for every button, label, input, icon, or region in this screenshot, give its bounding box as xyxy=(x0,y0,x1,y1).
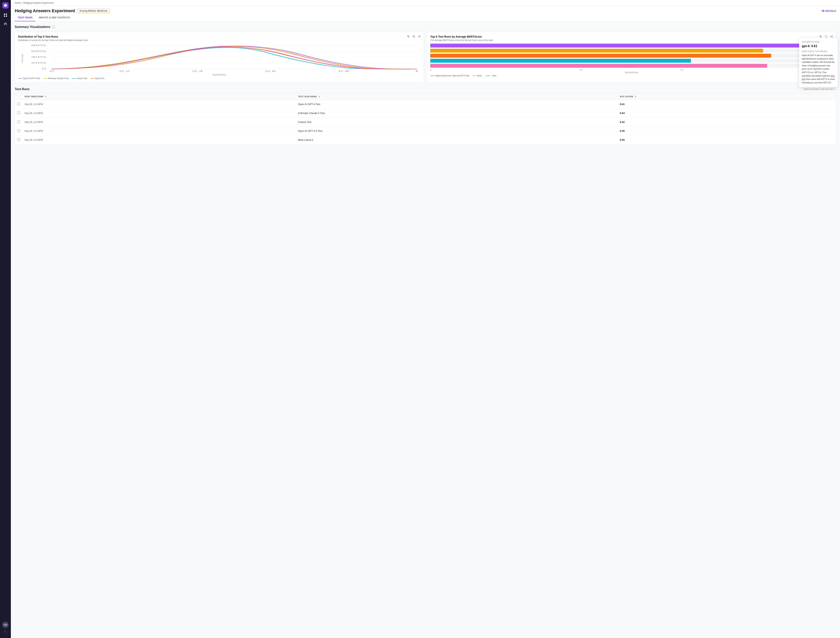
distribution-chart-actions xyxy=(406,34,422,39)
svg-text:0.4: 0.4 xyxy=(193,70,203,72)
bertscore-legend-anth-label: Anth... xyxy=(477,75,483,77)
svg-line-32 xyxy=(821,37,822,38)
row-3-checkbox-cell xyxy=(15,118,22,126)
breadcrumb: Home / Hedging Answers Experiment xyxy=(11,0,840,6)
bar-fill-gpt35 xyxy=(430,54,771,58)
app-logo[interactable] xyxy=(2,2,8,8)
svg-line-13 xyxy=(418,36,420,36)
bar-fill-gpt4 xyxy=(430,44,803,47)
share-button[interactable] xyxy=(417,34,422,39)
svg-rect-0 xyxy=(4,14,5,15)
distribution-chart-svg: 80% 60% 40% 20% 0 0 0.2 xyxy=(25,44,421,73)
sidebar-grid-icon[interactable] xyxy=(2,12,9,19)
table-row: May 08, 12:25PM Cohere Test 0.42 xyxy=(15,118,836,126)
row-3-score: 0.42 xyxy=(617,118,836,126)
th-score[interactable]: AVG SCORE ⇅ xyxy=(617,93,836,100)
dist-x-axis-label: Avg BertScores xyxy=(18,74,421,76)
table-row: May 08, 12:24PM Meta Llama-2 0.55 xyxy=(15,136,836,144)
breadcrumb-home[interactable]: Home xyxy=(15,2,21,4)
svg-rect-1 xyxy=(6,14,7,15)
tooltip-link-2[interactable]: link xyxy=(802,78,805,80)
row-4-timestamp: May 08, 12:24PM xyxy=(22,126,295,136)
breadcrumb-current: Hedging Answers Experiment xyxy=(23,2,54,4)
svg-text:20%: 20% xyxy=(31,62,46,64)
bar-row-claude xyxy=(430,49,831,52)
row-1-checkbox-cell xyxy=(15,100,22,109)
row-1-score: 0.61 xyxy=(617,100,836,109)
row-3-name: Cohere Test xyxy=(295,118,617,126)
svg-line-14 xyxy=(418,36,420,37)
row-5-score: 0.55 xyxy=(617,136,836,144)
row-3-checkbox[interactable] xyxy=(17,120,20,123)
tab-inputs-ref[interactable]: INPUTS & REF OUTPUTS xyxy=(36,14,73,21)
legend-claude-label: Anthropic Claude-2 Test xyxy=(48,77,69,79)
user-avatar[interactable]: DM xyxy=(2,622,8,628)
legend-gpt4-line xyxy=(18,78,22,79)
summary-info-icon[interactable]: i xyxy=(52,25,55,28)
compare-hint: Select at least 2 test runs to c... xyxy=(804,88,836,90)
tooltip-popup: Avg BertScore gpt-4: 0.61 What does this… xyxy=(799,38,838,87)
row-5-checkbox-cell xyxy=(15,136,22,144)
sidebar-expand-button[interactable] xyxy=(3,630,8,634)
row-2-score: 0.54 xyxy=(617,109,836,118)
charts-row: Distribution of Top 5 Test Runs Distribu… xyxy=(15,32,836,83)
scoring-method-badge[interactable]: Scoring Method: BertScore xyxy=(77,9,109,13)
row-4-score: 0.55 xyxy=(617,126,836,136)
tab-test-runs[interactable]: TEST RUNS xyxy=(15,14,36,21)
row-1-name: Open AI GPT-4 Test xyxy=(295,100,617,109)
svg-text:80%: 80% xyxy=(31,44,46,47)
row-2-timestamp: May 08, 12:28PM xyxy=(22,109,295,118)
svg-text:0.2: 0.2 xyxy=(120,70,130,72)
distribution-chart-card: Distribution of Top 5 Test Runs Distribu… xyxy=(15,32,424,83)
bar-row-llama xyxy=(430,64,831,68)
test-runs-title: Test Runs xyxy=(15,87,30,91)
svg-point-35 xyxy=(832,35,833,36)
legend-cohere-line xyxy=(72,78,76,79)
th-checkbox xyxy=(15,93,22,100)
summary-header: Summary Visualizations i xyxy=(15,25,836,29)
svg-point-11 xyxy=(418,36,419,37)
refresh-button[interactable] xyxy=(412,34,416,39)
svg-point-5 xyxy=(823,11,824,11)
bar-row-gpt35 xyxy=(430,54,831,58)
svg-point-12 xyxy=(420,37,420,38)
row-2-checkbox[interactable] xyxy=(17,112,20,114)
bertscore-legend-anth: Anth... xyxy=(472,75,483,77)
bertscore-chart-card: Top 5 Test Runs by Average BERTScore The… xyxy=(427,32,836,83)
legend-item-claude: Anthropic Claude-2 Test xyxy=(43,77,69,79)
svg-text:60%: 60% xyxy=(31,50,46,52)
bertscore-legend-here: ...here xyxy=(486,75,496,77)
row-4-checkbox[interactable] xyxy=(17,129,20,132)
bar-fill-llama xyxy=(430,64,767,68)
svg-rect-3 xyxy=(6,16,7,17)
sidebar: DM xyxy=(0,0,11,638)
legend-item-cohere: Cohere Test xyxy=(72,77,87,79)
table-row: May 08, 12:34PM Open AI GPT-4 Test 0.61 xyxy=(15,100,836,109)
svg-point-37 xyxy=(832,37,833,38)
breadcrumb-separator: / xyxy=(22,2,22,4)
tooltip-metric-label: Avg BertScore xyxy=(802,41,835,43)
bertscore-x-axis: 0 0.2 0.4 0.6 xyxy=(430,69,833,71)
bar-fill-claude xyxy=(430,49,763,52)
logo-icon xyxy=(3,3,7,7)
svg-point-10 xyxy=(420,35,420,36)
row-4-checkbox-cell xyxy=(15,126,22,136)
row-5-checkbox[interactable] xyxy=(17,138,20,141)
row-1-checkbox[interactable] xyxy=(17,103,20,105)
summary-title: Summary Visualizations xyxy=(15,25,51,29)
page-title: Hedging Answers Experiment xyxy=(15,8,75,13)
bertscore-legend-highest: Highest Avg Score: Open AI GPT-4 Test xyxy=(430,75,469,77)
test-runs-header: Test Runs Select at least 2 test runs to… xyxy=(15,87,836,91)
test-runs-table-container: RUN TIMESTAMP ⇅ TEST RUN NAME ⇅ AVG SCOR… xyxy=(15,93,836,144)
details-link[interactable]: DETAILS xyxy=(822,9,836,13)
sidebar-home-icon[interactable] xyxy=(2,20,9,27)
bar-fill-cohere xyxy=(430,59,691,63)
th-name[interactable]: TEST RUN NAME ⇅ xyxy=(295,93,617,100)
th-timestamp[interactable]: RUN TIMESTAMP ⇅ xyxy=(22,93,295,100)
dist-y-axis-label: % of Tests xyxy=(21,54,24,63)
tooltip-link-1[interactable]: link xyxy=(831,75,835,77)
eye-icon xyxy=(822,9,824,12)
bar-row-cohere xyxy=(430,59,831,63)
zoom-in-button[interactable] xyxy=(406,34,411,39)
bertscore-legend-here-label: ...here xyxy=(491,75,496,77)
